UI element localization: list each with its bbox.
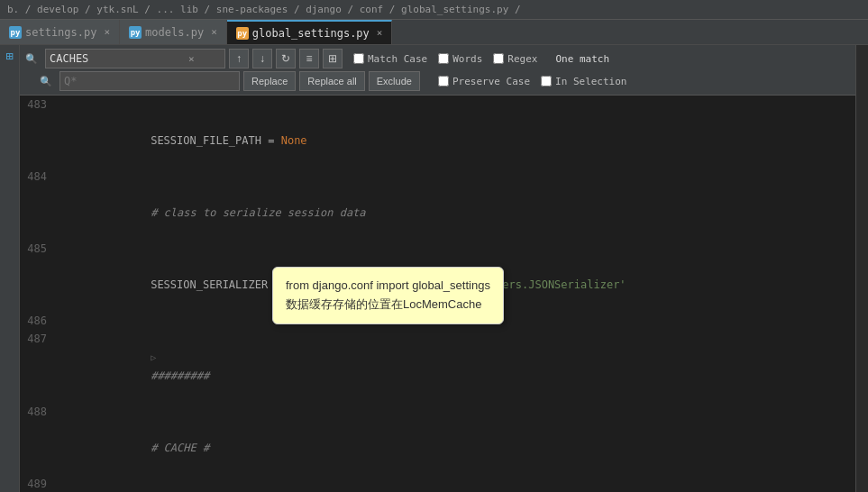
preserve-case-checkbox[interactable]	[438, 76, 449, 87]
right-gutter	[855, 45, 868, 492]
regex-label: Regex	[507, 53, 537, 65]
search-input[interactable]	[50, 52, 185, 65]
regex-option[interactable]: Regex	[493, 53, 537, 65]
replace-button[interactable]: Replace	[243, 71, 296, 91]
in-selection-label: In Selection	[555, 76, 626, 87]
search-row2: 🔍 Replace Replace all Exclude Preserve C…	[25, 71, 850, 91]
line-content: # class to serialize session data	[56, 168, 855, 240]
search-options: Match Case Words Regex One match	[353, 53, 609, 65]
tooltip-line1: from django.conf import global_settings	[286, 277, 490, 296]
nav-next-button[interactable]: ↓	[252, 49, 272, 68]
breadcrumb: b. / develop / ytk.snL / ... lib / sne-p…	[7, 4, 521, 15]
in-selection-option[interactable]: In Selection	[541, 76, 626, 87]
table-row: 488 # CACHE #	[20, 403, 855, 475]
search-row1: 🔍 × ↑ ↓ ↻ ≡ ⊞ Match Case Wor	[25, 49, 850, 68]
tab-models[interactable]: py models.py ×	[120, 20, 227, 44]
in-selection-checkbox[interactable]	[541, 76, 552, 87]
line-content: ▷ #########	[56, 330, 855, 403]
search-options2: Preserve Case In Selection	[438, 76, 627, 87]
line-number: 489	[20, 475, 56, 492]
line-number: 488	[20, 403, 56, 475]
options-button[interactable]: ≡	[299, 49, 319, 68]
preserve-case-option[interactable]: Preserve Case	[438, 76, 530, 87]
words-option[interactable]: Words	[438, 53, 482, 65]
line-content: #########	[56, 475, 855, 492]
editor-area: 🔍 × ↑ ↓ ↻ ≡ ⊞ Match Case Wor	[20, 45, 855, 492]
tab-settings[interactable]: py settings.py ×	[0, 20, 120, 44]
match-case-label: Match Case	[368, 53, 427, 65]
line-number: 486	[20, 312, 56, 330]
match-case-checkbox[interactable]	[353, 53, 364, 64]
title-bar: b. / develop / ytk.snL / ... lib / sne-p…	[0, 0, 868, 20]
replace-all-button[interactable]: Replace all	[299, 71, 364, 91]
table-row: 487 ▷ #########	[20, 330, 855, 403]
table-row: 483 SESSION_FILE_PATH = None	[20, 96, 855, 168]
words-label: Words	[452, 53, 482, 65]
exclude-button[interactable]: Exclude	[369, 71, 420, 91]
line-content: SESSION_FILE_PATH = None	[56, 96, 855, 168]
line-content: # CACHE #	[56, 403, 855, 475]
tab-bar: py settings.py × py models.py × py globa…	[0, 20, 868, 45]
tab-global-settings[interactable]: py global_settings.py ×	[227, 20, 393, 44]
words-checkbox[interactable]	[438, 53, 449, 64]
side-panel: ⊞	[0, 45, 20, 492]
tooltip-line2: 数据缓存存储的位置在LocMemCache	[286, 296, 490, 314]
regex-checkbox[interactable]	[493, 53, 504, 64]
tooltip-popup: from django.conf import global_settings …	[272, 267, 504, 324]
replace-icon: 🔍	[40, 76, 52, 87]
search-bar: 🔍 × ↑ ↓ ↻ ≡ ⊞ Match Case Wor	[20, 45, 855, 96]
filter-button[interactable]: ⊞	[323, 49, 343, 68]
tab-models-close[interactable]: ×	[211, 26, 217, 38]
line-number: 487	[20, 330, 56, 403]
tab-models-label: models.py	[145, 26, 204, 39]
py-icon-global: py	[236, 27, 249, 40]
code-area[interactable]: 483 SESSION_FILE_PATH = None 484 # class…	[20, 96, 855, 492]
table-row: 489 #########	[20, 475, 855, 492]
preserve-case-label: Preserve Case	[452, 76, 530, 87]
table-row: 484 # class to serialize session data	[20, 168, 855, 240]
line-number: 483	[20, 96, 56, 168]
tab-settings-close[interactable]: ×	[104, 26, 110, 38]
match-result: One match	[555, 53, 609, 65]
py-icon-settings: py	[9, 26, 22, 39]
replace-input[interactable]	[64, 75, 199, 87]
search-magnifier-icon: 🔍	[25, 53, 38, 65]
line-number: 485	[20, 240, 56, 312]
line-number: 484	[20, 168, 56, 240]
refresh-button[interactable]: ↻	[276, 49, 296, 68]
project-icon[interactable]: ⊞	[3, 49, 17, 63]
tab-settings-label: settings.py	[25, 26, 96, 39]
tab-global-label: global_settings.py	[252, 27, 370, 40]
py-icon-models: py	[129, 26, 142, 39]
main-container: ⊞ 🔍 × ↑ ↓ ↻ ≡ ⊞ Match Case	[0, 45, 868, 492]
nav-prev-button[interactable]: ↑	[229, 49, 249, 68]
match-case-option[interactable]: Match Case	[353, 53, 427, 65]
search-input-wrap[interactable]: ×	[45, 49, 225, 68]
replace-input-wrap[interactable]	[59, 71, 240, 91]
tab-global-close[interactable]: ×	[377, 27, 383, 39]
collapse-icon: ▷	[151, 352, 156, 362]
